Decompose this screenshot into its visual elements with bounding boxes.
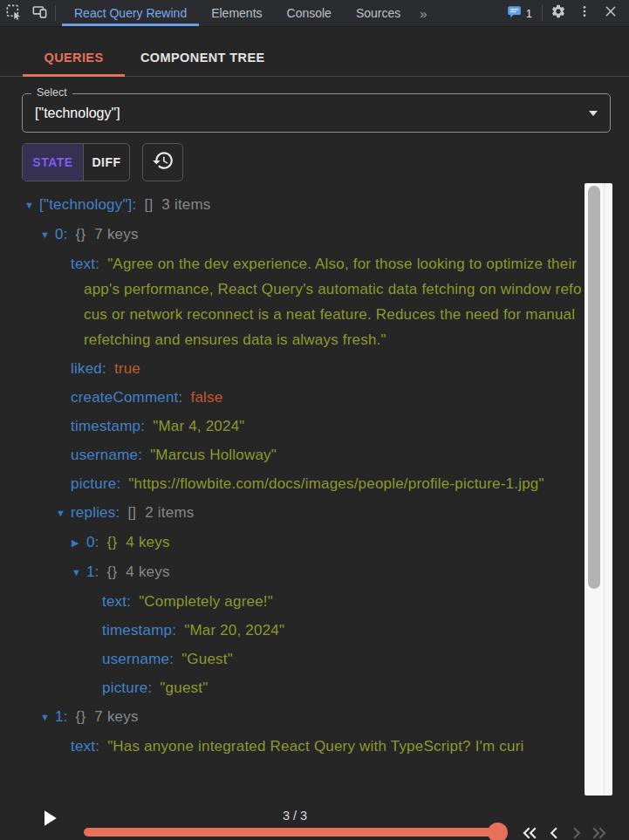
kebab-menu-icon [578,4,591,22]
timeline-position-label: 3 / 3 [84,809,506,823]
tree-value: {} [107,563,118,580]
tree-value: "Has anyone integrated React Query with … [107,738,523,755]
tree-key: ["technology"]: [39,196,136,213]
view-toggle-group: STATE DIFF [22,143,130,181]
tab-queries[interactable]: QUERIES [23,38,125,77]
tree-value: "Marcus Holloway" [150,447,277,463]
toolbar-separator [542,5,543,21]
tree-key: text: [102,593,131,610]
tree-value: "Completely agree!" [139,593,273,610]
timeline-slider[interactable] [84,828,506,837]
tree-value: 3 items [161,196,210,213]
tree-key: username: [71,447,142,463]
timeline-slider-thumb[interactable] [488,823,508,840]
tree-key: replies: [71,504,120,521]
tree-value: 4 keys [126,534,169,550]
tree-value: "Mar 20, 2024" [184,622,284,639]
devtools-menu-button[interactable] [571,1,598,26]
inspect-element-icon [5,3,22,24]
close-devtools-button[interactable] [598,1,624,26]
tree-row: ▶0:{}4 keys [0,529,629,556]
tree-value: false [190,389,222,406]
tree-row: ▼1:{}4 keys [0,559,629,585]
collapse-arrow-icon[interactable]: ▼ [72,560,86,585]
more-tabs-button[interactable]: » [413,6,433,21]
tree-key: timestamp: [102,622,176,639]
tab-elements[interactable]: Elements [199,1,274,26]
query-state-tree: ▼["technology"]:[]3 items▼0:{}7 keystext… [0,183,629,796]
tree-value: "guest" [160,680,208,696]
tree-key: text: [71,256,99,272]
state-toggle-button[interactable]: STATE [23,144,84,181]
tree-value: "Mar 4, 2024" [153,418,244,434]
close-icon [604,4,618,22]
tree-value: 7 keys [94,708,138,725]
collapse-arrow-icon[interactable]: ▼ [40,222,55,248]
scrollbar-thumb[interactable] [588,186,600,589]
collapse-arrow-icon[interactable]: ▼ [24,193,39,218]
tree-value: "Agree on the dev experience. Also, for … [84,256,582,348]
skip-to-start-button[interactable] [518,822,541,840]
tree-key: liked: [71,360,106,377]
tree-row: username:"Guest" [0,646,629,672]
tree-value: 7 keys [94,226,138,242]
tree-row: text:"Completely agree!" [0,589,629,614]
chevron-down-icon [589,111,598,116]
tree-row: createComment:false [0,385,629,410]
step-back-button[interactable] [543,822,565,840]
query-select-label: Select [31,86,72,99]
tab-console[interactable]: Console [275,1,344,26]
gear-icon [550,3,566,23]
double-chevron-right-icon [588,822,611,840]
play-button[interactable] [35,806,63,834]
tree-key: 1: [86,563,99,580]
tab-component-tree[interactable]: COMPONENT TREE [125,38,281,77]
tree-row: timestamp:"Mar 4, 2024" [0,413,629,439]
scrollbar[interactable] [585,183,612,796]
toggle-device-toolbar-button[interactable] [26,1,52,26]
tree-key: 1: [55,708,68,725]
tree-key: username: [102,651,174,667]
tree-value: {} [107,534,118,550]
playback-controls: 3 / 3 [0,796,629,840]
toolbar-right-cluster: 1 [501,1,629,26]
diff-toggle-button[interactable]: DIFF [84,144,129,181]
tree-value: 4 keys [126,563,169,580]
history-button[interactable] [142,143,183,181]
tree-key: timestamp: [71,418,145,434]
tree-row: timestamp:"Mar 20, 2024" [0,618,629,643]
tree-key: picture: [102,680,152,696]
console-drawer-button[interactable]: 1 [501,5,539,22]
tree-row: text:"Agree on the dev experience. Also,… [0,251,629,352]
chevron-right-icon [565,822,588,840]
settings-button[interactable] [545,1,571,26]
toolbar-separator [55,5,56,21]
tree-row: text:"Has anyone integrated React Query … [0,734,629,759]
collapse-arrow-icon[interactable]: ▼ [56,501,71,526]
tree-key: 0: [55,226,68,242]
console-message-count: 1 [526,7,532,20]
query-select[interactable]: Select ["technology"] [22,93,611,133]
chevron-left-icon [543,822,565,840]
inspect-element-button[interactable] [0,1,26,26]
tree-value: "Guest" [181,651,233,667]
tree-value: 2 items [145,504,194,521]
tree-value: "https://flowbite.com/docs/images/people… [128,475,544,492]
tree-key: picture: [71,475,120,492]
tree-row: picture:"guest" [0,675,629,700]
expand-arrow-icon[interactable]: ▶ [72,530,86,556]
devtools-tabs: React Query Rewind Elements Console Sour… [62,1,413,26]
step-forward-button[interactable] [565,822,588,840]
play-icon [36,805,62,835]
tree-value: {} [76,708,86,725]
tree-value: true [114,360,140,377]
console-message-icon [508,5,522,22]
tree-key: text: [71,738,99,755]
tab-sources[interactable]: Sources [344,1,413,26]
skip-to-end-button[interactable] [588,822,611,840]
panel-tabs: QUERIES COMPONENT TREE [0,38,629,77]
tree-row: username:"Marcus Holloway" [0,442,629,468]
tree-row: ▼["technology"]:[]3 items [0,192,629,218]
collapse-arrow-icon[interactable]: ▼ [40,705,55,730]
tab-react-query-rewind[interactable]: React Query Rewind [62,1,199,26]
